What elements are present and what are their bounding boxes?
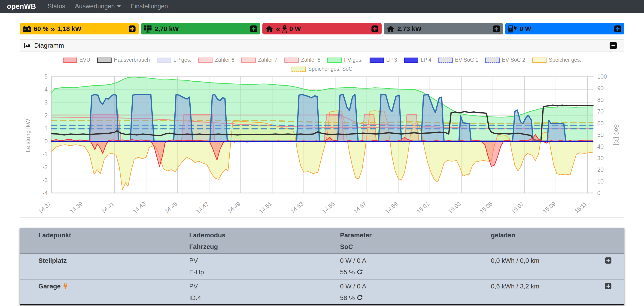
legend-swatch (157, 58, 171, 63)
legend-item[interactable]: EVU (63, 57, 90, 63)
battery-soc-value: 60 % (34, 25, 48, 33)
legend-swatch (292, 67, 306, 72)
legend-swatch (97, 58, 112, 63)
table-header-row: Ladepunkt LademodusFahrzeug ParameterSoC… (20, 228, 624, 254)
svg-text:40: 40 (597, 143, 604, 150)
grid-power-value: 0 W (290, 25, 301, 33)
legend-label: LP 4 (421, 57, 432, 63)
badge-house[interactable]: 2,73 kW (384, 23, 503, 35)
table-row: Garage PVID.4 0 W / 0 A 58 % (20, 279, 624, 304)
home-icon (266, 26, 273, 32)
svg-text:10: 10 (597, 178, 604, 185)
svg-text:14:59: 14:59 (384, 200, 399, 215)
svg-text:14:49: 14:49 (226, 200, 242, 215)
legend-swatch (198, 58, 212, 63)
svg-text:70: 70 (597, 108, 604, 115)
charged-amount: 0,6 kWh / 3,2 km (491, 283, 624, 289)
power-soc-chart: 543210-1-2-3-4100908070605040302010014:3… (20, 74, 624, 217)
svg-text:14:47: 14:47 (195, 200, 210, 215)
charge-mode: PV (189, 257, 322, 264)
plus-square-icon[interactable] (493, 25, 500, 33)
chargepoint-name: Stellplatz (38, 257, 67, 264)
home-icon (387, 26, 394, 32)
caret-down-icon (117, 5, 121, 8)
plug-icon (63, 283, 68, 289)
legend-item[interactable]: EV SoC 1 (438, 57, 478, 63)
minus-square-icon[interactable] (609, 42, 617, 50)
legend-swatch (370, 58, 384, 63)
svg-text:20: 20 (597, 166, 604, 173)
brand-logo[interactable]: openWB (7, 2, 36, 11)
legend-swatch (485, 58, 500, 63)
legend-item[interactable]: LP ges. (157, 57, 192, 63)
svg-text:-1: -1 (42, 151, 48, 157)
nav-item-status[interactable]: Status (48, 3, 65, 10)
nav-item-auswertungen[interactable]: Auswertungen (75, 3, 121, 10)
legend-swatch (284, 58, 299, 63)
plus-square-icon[interactable] (250, 25, 257, 33)
plus-square-icon[interactable] (605, 257, 612, 264)
refresh-soc-icon[interactable] (357, 269, 363, 275)
legend-item[interactable]: Hausverbrauch (97, 57, 150, 63)
legend-item[interactable]: Speicher ges. (532, 57, 582, 63)
legend-label: Speicher ges. (549, 57, 582, 63)
legend-item[interactable]: LP 3 (370, 57, 397, 63)
plus-square-icon[interactable] (605, 283, 612, 289)
svg-text:SoC [%]: SoC [%] (613, 124, 620, 145)
badge-grid[interactable]: « 0 W (262, 23, 382, 35)
plus-square-icon[interactable] (128, 25, 136, 33)
svg-text:14:39: 14:39 (68, 200, 84, 215)
navbar: openWB Status Auswertungen Einstellungen (0, 0, 644, 13)
legend-item[interactable]: Zähler 8 (284, 57, 320, 63)
badge-chargepoint[interactable]: 0 W (505, 23, 624, 35)
car-battery-icon (23, 26, 31, 32)
chart-legend: EVUHausverbrauchLP ges.Zähler 6Zähler 7Z… (29, 57, 615, 72)
badge-pv[interactable]: 2,70 kW (141, 23, 260, 35)
legend-label: LP ges. (174, 57, 192, 63)
legend-label: EV SoC 1 (455, 57, 478, 63)
svg-text:14:57: 14:57 (352, 200, 368, 215)
svg-text:0: 0 (597, 190, 600, 196)
col-ladepunkt: Ladepunkt (20, 232, 171, 250)
soc-value: 58 % (340, 295, 355, 301)
svg-text:14:45: 14:45 (163, 200, 178, 215)
svg-text:60: 60 (597, 120, 604, 126)
svg-text:15:01: 15:01 (415, 200, 430, 215)
openwb-page: openWB Status Auswertungen Einstellungen… (0, 0, 644, 306)
legend-label: Zähler 7 (258, 57, 278, 63)
svg-text:14:53: 14:53 (289, 200, 304, 215)
svg-text:14:41: 14:41 (100, 200, 115, 215)
legend-swatch (63, 58, 77, 63)
legend-label: EVU (80, 57, 90, 63)
legend-item[interactable]: Zähler 6 (198, 57, 234, 63)
transmission-tower-icon (282, 25, 288, 33)
legend-label: Speicher ges. SoC (308, 66, 352, 72)
svg-text:50: 50 (597, 132, 604, 138)
legend-label: Zähler 6 (215, 57, 234, 63)
battery-power-value: 1,18 kW (57, 25, 81, 33)
legend-item[interactable]: Speicher ges. SoC (292, 66, 352, 72)
svg-text:14:55: 14:55 (321, 200, 336, 215)
svg-text:100: 100 (597, 74, 607, 80)
refresh-soc-icon[interactable] (357, 295, 363, 301)
svg-text:15:11: 15:11 (573, 200, 588, 214)
plus-square-icon[interactable] (371, 25, 378, 33)
charge-parameter: 0 W / 0 A (340, 283, 473, 289)
legend-swatch (438, 58, 453, 63)
legend-label: Zähler 8 (301, 57, 320, 63)
legend-swatch (404, 58, 418, 63)
nav-item-einstellungen[interactable]: Einstellungen (130, 3, 168, 10)
angle-double-right-icon: » (51, 25, 55, 33)
svg-text:14:37: 14:37 (37, 200, 52, 215)
svg-text:-4: -4 (42, 190, 48, 196)
badge-battery[interactable]: 60 % » 1,18 kW (20, 23, 139, 35)
chargepoint-table: Ladepunkt LademodusFahrzeug ParameterSoC… (20, 228, 624, 305)
chargepoint-power-value: 0 W (520, 25, 531, 33)
legend-item[interactable]: Zähler 7 (242, 57, 278, 63)
svg-text:2: 2 (44, 112, 48, 119)
legend-item[interactable]: LP 4 (404, 57, 432, 63)
legend-item[interactable]: EV SoC 2 (485, 57, 525, 63)
legend-item[interactable]: PV ges. (327, 57, 363, 63)
plus-square-icon[interactable] (614, 25, 621, 33)
pv-power-value: 2,70 kW (154, 25, 178, 33)
